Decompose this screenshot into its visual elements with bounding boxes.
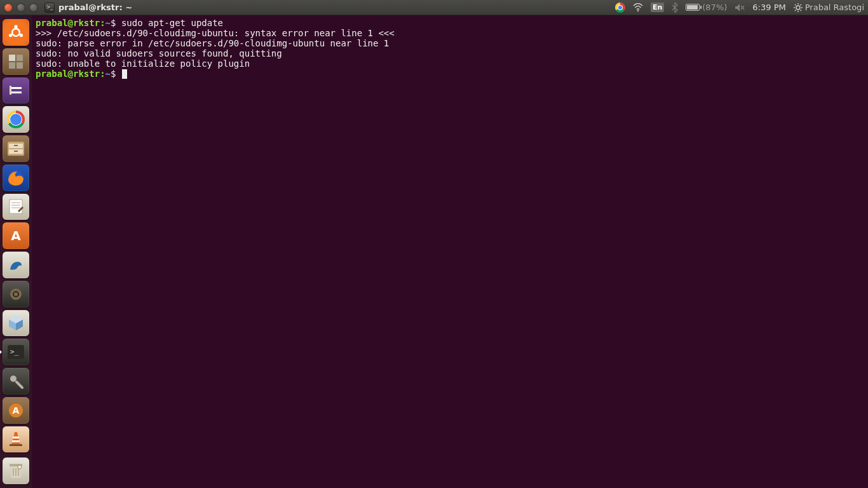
indicator-sound[interactable] xyxy=(735,3,745,12)
launcher-workspace-switcher[interactable] xyxy=(3,48,29,75)
prompt-user-host: prabal@rkstr xyxy=(36,18,100,28)
svg-rect-27 xyxy=(10,200,22,214)
launcher-ide-app[interactable] xyxy=(3,281,29,308)
svg-rect-14 xyxy=(9,55,15,61)
svg-rect-16 xyxy=(9,62,15,69)
indicator-keyboard[interactable]: En xyxy=(651,3,664,12)
svg-line-6 xyxy=(795,4,796,5)
svg-rect-17 xyxy=(17,62,23,69)
svg-rect-19 xyxy=(10,92,22,93)
svg-rect-20 xyxy=(10,86,11,95)
clock-text: 6:39 PM xyxy=(752,3,785,12)
battery-percent: (87%) xyxy=(702,3,727,12)
top-panel: >_ prabal@rkstr: ~ En (87%) xyxy=(0,0,868,15)
svg-point-12 xyxy=(9,34,12,37)
svg-rect-15 xyxy=(17,55,23,61)
svg-rect-40 xyxy=(10,444,22,446)
indicator-chrome[interactable] xyxy=(615,3,625,13)
cog-badge-icon xyxy=(8,286,24,302)
language-badge: En xyxy=(651,3,664,12)
bluetooth-icon xyxy=(672,3,678,13)
terminal-icon: >_ xyxy=(7,344,25,360)
trash-icon xyxy=(8,462,24,480)
prompt-user-host: prabal@rkstr xyxy=(36,69,100,79)
terminal-window[interactable]: prabal@rkstr:~$ sudo apt-get update >>> … xyxy=(32,15,868,488)
svg-point-13 xyxy=(20,34,23,37)
svg-line-8 xyxy=(795,10,796,10)
terminal-command: sudo apt-get update xyxy=(121,18,223,28)
dolphin-icon xyxy=(8,257,24,273)
svg-text:>_: >_ xyxy=(10,348,19,356)
svg-line-9 xyxy=(800,4,801,5)
launcher-vlc[interactable] xyxy=(3,426,29,453)
svg-rect-18 xyxy=(10,87,22,89)
terminal-output-line: >>> /etc/sudoers.d/90-cloudimg-ubuntu: s… xyxy=(36,28,395,38)
svg-line-7 xyxy=(800,10,801,10)
svg-rect-25 xyxy=(14,151,18,152)
indicator-session[interactable]: Prabal Rastogi xyxy=(794,3,864,12)
launcher-mysql-workbench[interactable] xyxy=(3,252,29,278)
workspace-icon xyxy=(8,53,24,70)
svg-point-46 xyxy=(18,465,22,469)
window-close-button[interactable] xyxy=(4,3,13,12)
ubuntu-logo-icon xyxy=(8,24,24,41)
window-maximize-button[interactable] xyxy=(29,3,38,12)
terminal-icon: >_ xyxy=(44,3,55,13)
launcher-terminal[interactable]: >_ xyxy=(3,339,29,365)
terminal-output-line: sudo: unable to initialize policy plugin xyxy=(36,58,250,69)
wifi-icon xyxy=(633,3,643,12)
launcher-software-updater[interactable]: A xyxy=(3,397,29,424)
launcher-virtualbox[interactable] xyxy=(3,310,29,337)
terminal-output-line: sudo: parse error in /etc/sudoers.d/90-c… xyxy=(36,38,389,48)
cube-icon xyxy=(7,314,25,332)
svg-point-31 xyxy=(10,288,22,300)
svg-point-35 xyxy=(10,376,17,382)
indicator-bluetooth[interactable] xyxy=(672,3,678,13)
launcher-dash[interactable] xyxy=(3,19,29,46)
volume-icon xyxy=(735,3,745,12)
session-user-name: Prabal Rastogi xyxy=(805,3,864,12)
indicator-battery[interactable]: (87%) xyxy=(686,3,727,12)
svg-point-0 xyxy=(637,10,639,11)
launcher-files[interactable] xyxy=(3,135,29,162)
launcher-system-settings[interactable] xyxy=(3,368,29,395)
svg-rect-39 xyxy=(12,440,20,442)
firefox-icon xyxy=(6,168,25,187)
notepad-icon xyxy=(8,198,24,215)
letter-a-icon: A xyxy=(11,228,20,243)
prompt-path: ~ xyxy=(105,69,111,79)
launcher-ubuntu-software[interactable]: A xyxy=(3,222,29,249)
prompt-path: ~ xyxy=(105,18,111,28)
svg-text:A: A xyxy=(13,405,20,416)
svg-point-11 xyxy=(14,25,17,28)
window-title: prabal@rkstr: ~ xyxy=(58,3,132,12)
unity-launcher: A >_ xyxy=(0,15,32,488)
chrome-icon xyxy=(7,111,25,128)
terminal-cursor xyxy=(122,69,127,79)
svg-rect-24 xyxy=(14,145,18,146)
traffic-cone-icon xyxy=(8,431,24,447)
svg-rect-38 xyxy=(13,437,19,438)
svg-point-10 xyxy=(12,29,20,36)
file-cabinet-icon xyxy=(7,141,25,156)
battery-icon xyxy=(686,4,700,11)
indicator-network[interactable] xyxy=(633,3,643,12)
terminal-output-line: sudo: no valid sudoers sources found, qu… xyxy=(36,48,282,58)
indicator-clock[interactable]: 6:39 PM xyxy=(752,3,785,12)
system-indicators: En (87%) 6:39 PM xyxy=(615,3,864,13)
window-controls xyxy=(4,3,38,12)
launcher-text-editor[interactable] xyxy=(3,194,29,220)
update-icon: A xyxy=(8,402,24,419)
purple-app-icon xyxy=(9,83,23,97)
launcher-trash[interactable] xyxy=(3,458,29,484)
svg-point-1 xyxy=(796,6,800,10)
gear-icon xyxy=(794,3,803,12)
launcher-google-chrome[interactable] xyxy=(3,106,29,133)
window-minimize-button[interactable] xyxy=(17,3,25,12)
chrome-icon xyxy=(615,3,625,13)
launcher-unknown-purple-app[interactable] xyxy=(3,78,29,104)
wrench-gear-icon xyxy=(8,373,24,390)
launcher-firefox[interactable] xyxy=(3,165,29,191)
